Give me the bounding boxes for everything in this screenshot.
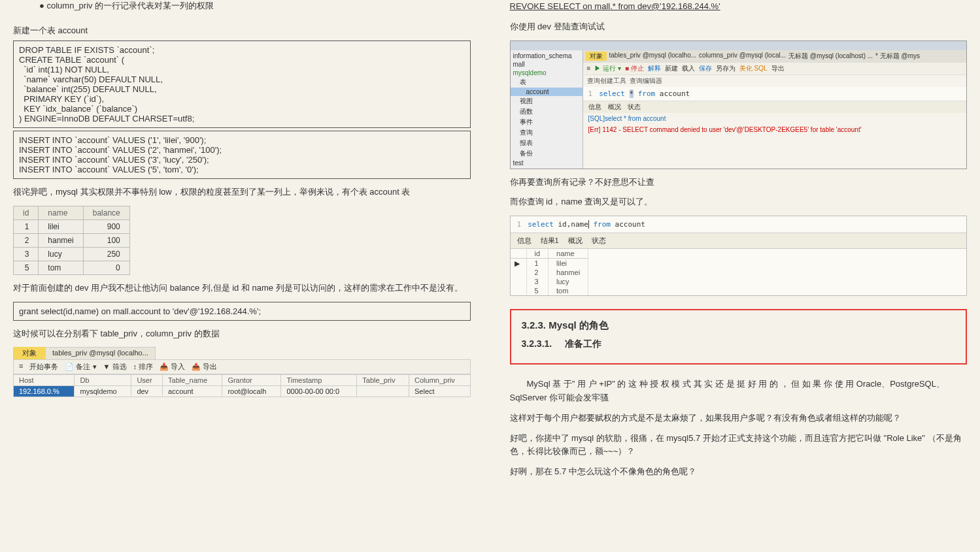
para-role-c: 好吧，你搓中了 mysql 的软肋，很痛，在 mysql5.7 开始才正式支持这… (510, 432, 968, 459)
para-dev-restriction: 对于前面创建的 dev 用户我不想让他访问 balance 列,但是 id 和 … (13, 282, 471, 295)
th: Grantor (222, 375, 281, 386)
new-button[interactable]: 新建 (665, 64, 678, 73)
tree-item[interactable]: 函数 (511, 106, 583, 117)
cell[interactable]: account (163, 386, 222, 397)
tab[interactable]: columns_priv @mysql (local... (699, 52, 786, 61)
cell[interactable]: dev (131, 386, 163, 397)
para-no-query: 你再要查询所有记录？不好意思不让查 (510, 176, 968, 189)
result-tab[interactable]: 结果1 (541, 236, 559, 246)
tree-item[interactable]: 备份 (511, 148, 583, 159)
cell[interactable] (357, 386, 409, 397)
cell: 250 (83, 247, 129, 261)
start-tx-button[interactable]: 开始事务 (29, 362, 58, 372)
cell[interactable]: root@localh (222, 386, 281, 397)
tree-item[interactable]: mysqldemo (511, 69, 583, 77)
th: Column_priv (409, 375, 470, 386)
tab[interactable]: * 无标题 @mys (875, 52, 920, 61)
filter-button[interactable]: ▼ 筛选 (103, 362, 127, 372)
cell[interactable]: 0000-00-00 00:0 (281, 386, 357, 397)
tree-item[interactable]: mall (511, 60, 583, 69)
cell: 900 (83, 219, 129, 233)
status-tab[interactable]: 状态 (628, 103, 641, 112)
sort-button[interactable]: ↕ 排序 (133, 362, 154, 372)
cell[interactable]: 2 (526, 268, 549, 277)
para-role-a: MySql 基 于" 用 户 +IP" 的 这 种 授 权 模 式 其 实 还 … (510, 378, 968, 405)
cell: lucy (39, 247, 83, 261)
cell: 1 (14, 219, 39, 233)
cell[interactable]: Select (409, 386, 470, 397)
note-button[interactable]: 📄 备注 ▾ (65, 362, 96, 372)
th-name: name (39, 206, 83, 219)
th-balance: balance (83, 206, 129, 219)
th: Db (75, 375, 131, 386)
row-pointer-icon: ▶ (511, 259, 527, 268)
sql-editor[interactable]: 1select * from account (583, 87, 967, 101)
explain-button[interactable]: 解释 (648, 64, 661, 73)
query-result: 1select id,name from account 信息 结果1 概况 状… (510, 216, 968, 296)
sql-editor-2[interactable]: 1select id,name from account (511, 216, 967, 233)
tree-item[interactable]: 事件 (511, 117, 583, 127)
para-check-priv: 这时候可以在分别看下 table_priv，column_priv 的数据 (13, 327, 471, 341)
cell[interactable]: lucy (549, 277, 588, 286)
tab-object[interactable]: 对象 (13, 347, 46, 359)
para-idname-ok: 而你查询 id，name 查询又是可以了。 (510, 195, 968, 209)
cell[interactable]: mysqldemo (75, 386, 131, 397)
cell: 2 (14, 233, 39, 247)
msg-error: [Err] 1142 - SELECT command denied to us… (583, 124, 967, 135)
navicat-window: information_schema mall mysqldemo 表 acco… (510, 41, 968, 169)
menu-icon[interactable]: ≡ (19, 362, 23, 372)
th-id: id (14, 206, 39, 219)
tab-tables-priv[interactable]: tables_priv @mysql (localho... (46, 347, 156, 359)
grant-sql: grant select(id,name) on mall.account to… (13, 302, 471, 321)
editor-tab[interactable]: 查询编辑器 (630, 77, 662, 84)
cell[interactable]: tom (549, 286, 588, 295)
cell: hanmei (39, 233, 83, 247)
editor-tab[interactable]: 查询创建工具 (587, 77, 626, 84)
run-button[interactable]: ▶ 运行 ▾ (594, 64, 621, 73)
tree-item[interactable]: 视图 (511, 96, 583, 106)
cell[interactable]: 3 (526, 277, 549, 286)
tree-item[interactable]: 报表 (511, 138, 583, 148)
save-button[interactable]: 保存 (699, 64, 712, 73)
tab[interactable]: tables_priv @mysql (localho... (609, 52, 697, 61)
tree-item[interactable]: information_schema (511, 52, 583, 60)
cell[interactable]: 1 (526, 259, 549, 268)
cell[interactable]: lilei (549, 259, 588, 268)
tab[interactable]: 对象 (586, 52, 607, 61)
tree-item[interactable]: 表 (511, 77, 583, 88)
cell[interactable]: 5 (526, 286, 549, 295)
import-button[interactable]: 📥 导入 (160, 362, 185, 372)
cell: 5 (14, 261, 39, 274)
cell: tom (39, 261, 83, 274)
section-box: 3.2.3. Mysql 的角色 3.2.3.1.准备工作 (510, 309, 968, 365)
tree-item-account[interactable]: account (511, 88, 583, 96)
cell-host[interactable]: 192.168.0.% (14, 386, 75, 397)
th: Table_priv (357, 375, 409, 386)
export-button[interactable]: 导出 (771, 64, 785, 73)
label-new-table: 新建一个表 account (13, 25, 471, 37)
beautify-button[interactable]: 美化 SQL (739, 64, 768, 73)
status-tab[interactable]: 状态 (592, 236, 606, 246)
insert-code: INSERT INTO `account` VALUES ('1', 'lile… (13, 131, 471, 179)
tables-priv-grid: 对象 tables_priv @mysql (localho... ≡ 开始事务… (13, 347, 471, 397)
profile-tab[interactable]: 概况 (608, 103, 621, 112)
saveas-button[interactable]: 另存为 (716, 64, 735, 73)
para-login-try: 你使用 dev 登陆查询试试 (510, 20, 968, 34)
tree-item[interactable]: 查询 (511, 127, 583, 138)
menu-icon[interactable]: ≡ (587, 65, 591, 72)
info-tab[interactable]: 信息 (588, 103, 601, 112)
tree-item[interactable]: test (511, 159, 583, 167)
cell: 0 (83, 261, 129, 274)
stop-button[interactable]: ■ 停止 (625, 64, 644, 73)
account-table: id name balance 1lilei900 2hanmei100 3lu… (13, 206, 130, 275)
th: Table_name (163, 375, 222, 386)
export-button[interactable]: 📤 导出 (192, 362, 217, 372)
ddl-code: DROP TABLE IF EXISTS `account`; CREATE T… (13, 41, 471, 128)
db-tree[interactable]: information_schema mall mysqldemo 表 acco… (511, 50, 583, 169)
cell[interactable]: hanmei (549, 268, 588, 277)
th: Host (14, 375, 75, 386)
tab[interactable]: 无标题 @mysql (localhost) ... (788, 52, 873, 61)
info-tab[interactable]: 信息 (517, 236, 532, 246)
load-button[interactable]: 载入 (682, 64, 695, 73)
profile-tab[interactable]: 概况 (568, 236, 583, 246)
